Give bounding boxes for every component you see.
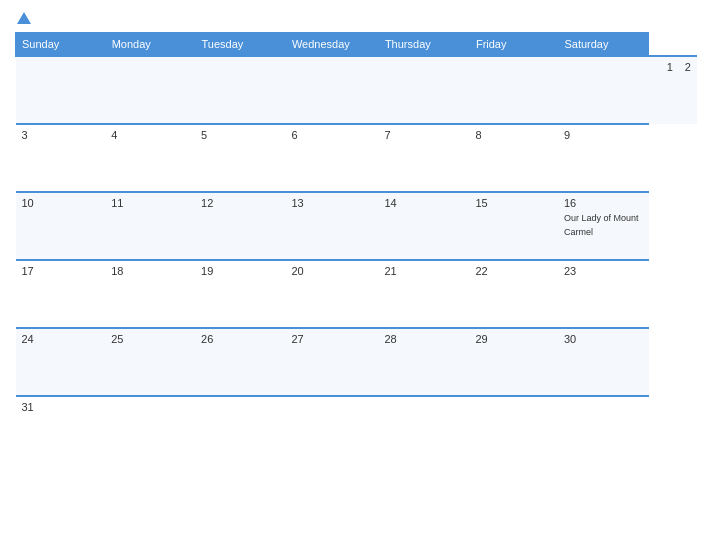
calendar-week-row: 3456789 — [16, 124, 698, 192]
day-number: 30 — [564, 333, 643, 345]
calendar-cell: 27 — [285, 328, 378, 396]
calendar-header — [15, 10, 697, 24]
weekday-thursday: Thursday — [378, 33, 469, 57]
calendar-cell: 4 — [105, 124, 195, 192]
day-number: 19 — [201, 265, 279, 277]
calendar-week-row: 17181920212223 — [16, 260, 698, 328]
calendar-cell: 15 — [469, 192, 558, 260]
calendar-week-row: 12 — [16, 56, 698, 124]
calendar-cell — [16, 56, 106, 124]
day-number: 2 — [685, 61, 691, 73]
calendar-cell: 24 — [16, 328, 106, 396]
calendar-cell: 11 — [105, 192, 195, 260]
calendar-cell: 17 — [16, 260, 106, 328]
calendar-cell: 30 — [558, 328, 649, 396]
day-number: 21 — [384, 265, 463, 277]
calendar-cell — [558, 56, 649, 124]
day-number: 27 — [291, 333, 372, 345]
calendar-cell: 23 — [558, 260, 649, 328]
calendar-cell — [558, 396, 649, 464]
day-number: 3 — [22, 129, 100, 141]
day-number: 25 — [111, 333, 189, 345]
calendar-cell — [649, 56, 661, 124]
day-number: 22 — [475, 265, 552, 277]
calendar-cell — [378, 396, 469, 464]
calendar-cell: 1 — [661, 56, 679, 124]
day-number: 20 — [291, 265, 372, 277]
calendar-cell: 31 — [16, 396, 106, 464]
logo-triangle-icon — [17, 12, 31, 24]
calendar-cell: 19 — [195, 260, 285, 328]
day-number: 17 — [22, 265, 100, 277]
calendar-cell: 20 — [285, 260, 378, 328]
day-number: 28 — [384, 333, 463, 345]
calendar-cell: 12 — [195, 192, 285, 260]
calendar-cell: 10 — [16, 192, 106, 260]
calendar-cell — [285, 396, 378, 464]
weekday-saturday: Saturday — [558, 33, 649, 57]
calendar-cell: 3 — [16, 124, 106, 192]
day-number: 4 — [111, 129, 189, 141]
calendar-cell — [195, 396, 285, 464]
calendar-cell: 22 — [469, 260, 558, 328]
day-number: 6 — [291, 129, 372, 141]
day-number: 23 — [564, 265, 643, 277]
calendar-cell: 5 — [195, 124, 285, 192]
weekday-header-row: SundayMondayTuesdayWednesdayThursdayFrid… — [16, 33, 698, 57]
calendar-cell: 21 — [378, 260, 469, 328]
calendar-cell — [285, 56, 378, 124]
day-number: 5 — [201, 129, 279, 141]
day-number: 26 — [201, 333, 279, 345]
calendar-cell: 8 — [469, 124, 558, 192]
event-label: Our Lady of Mount Carmel — [564, 213, 639, 237]
calendar-week-row: 31 — [16, 396, 698, 464]
calendar-cell: 28 — [378, 328, 469, 396]
calendar-cell: 18 — [105, 260, 195, 328]
day-number: 29 — [475, 333, 552, 345]
day-number: 15 — [475, 197, 552, 209]
weekday-friday: Friday — [469, 33, 558, 57]
calendar-table: SundayMondayTuesdayWednesdayThursdayFrid… — [15, 32, 697, 464]
calendar-cell — [469, 56, 558, 124]
day-number: 8 — [475, 129, 552, 141]
day-number: 13 — [291, 197, 372, 209]
day-number: 24 — [22, 333, 100, 345]
day-number: 11 — [111, 197, 189, 209]
weekday-sunday: Sunday — [16, 33, 106, 57]
calendar-cell: 16Our Lady of Mount Carmel — [558, 192, 649, 260]
day-number: 14 — [384, 197, 463, 209]
day-number: 12 — [201, 197, 279, 209]
day-number: 18 — [111, 265, 189, 277]
calendar-cell: 13 — [285, 192, 378, 260]
calendar-cell: 2 — [679, 56, 697, 124]
calendar-cell: 9 — [558, 124, 649, 192]
calendar-week-row: 10111213141516Our Lady of Mount Carmel — [16, 192, 698, 260]
day-number: 10 — [22, 197, 100, 209]
calendar-cell: 25 — [105, 328, 195, 396]
logo — [15, 10, 31, 24]
day-number: 31 — [22, 401, 100, 413]
calendar-cell — [469, 396, 558, 464]
calendar-container: SundayMondayTuesdayWednesdayThursdayFrid… — [0, 0, 712, 550]
calendar-cell: 14 — [378, 192, 469, 260]
calendar-cell — [105, 396, 195, 464]
day-number: 9 — [564, 129, 643, 141]
calendar-cell — [195, 56, 285, 124]
weekday-wednesday: Wednesday — [285, 33, 378, 57]
calendar-cell: 7 — [378, 124, 469, 192]
calendar-week-row: 24252627282930 — [16, 328, 698, 396]
calendar-cell: 29 — [469, 328, 558, 396]
weekday-tuesday: Tuesday — [195, 33, 285, 57]
day-number: 7 — [384, 129, 463, 141]
day-number: 1 — [667, 61, 673, 73]
calendar-cell — [105, 56, 195, 124]
calendar-cell: 6 — [285, 124, 378, 192]
calendar-cell: 26 — [195, 328, 285, 396]
calendar-cell — [378, 56, 469, 124]
weekday-monday: Monday — [105, 33, 195, 57]
day-number: 16 — [564, 197, 643, 209]
